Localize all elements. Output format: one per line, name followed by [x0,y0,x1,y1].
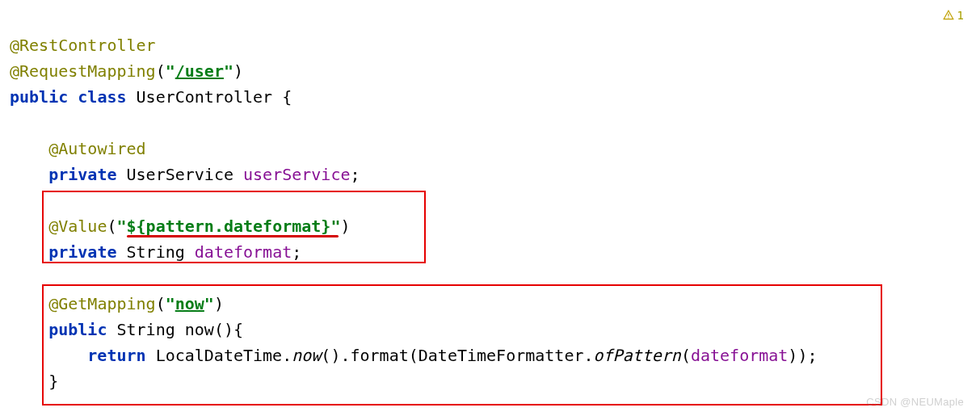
string-now: now [175,294,204,313]
method-now: now [185,320,214,339]
string-user-path: /user [175,61,224,81]
warning-triangle-icon [943,10,954,21]
string-pattern-dateformat: ${pattern.dateformat} [127,216,331,236]
annotation-value: @Value [48,216,107,236]
annotation-requestmapping: @RequestMapping [10,61,156,81]
keyword-class: class [78,87,126,107]
field-userservice: userService [243,165,350,184]
code-editor[interactable]: @RestController @RequestMapping("/user")… [10,6,974,394]
watermark: CSDN @NEUMaple [866,394,964,411]
field-dateformat: dateformat [195,242,292,262]
annotation-restcontroller: @RestController [10,36,156,55]
annotation-autowired: @Autowired [48,139,145,158]
keyword-public: public [10,87,68,107]
svg-point-1 [948,18,948,19]
class-usercontroller: UserController [137,87,273,107]
annotation-getmapping: @GetMapping [48,294,155,313]
warning-indicator[interactable]: 1 [943,6,964,24]
warning-count: 1 [957,6,964,24]
